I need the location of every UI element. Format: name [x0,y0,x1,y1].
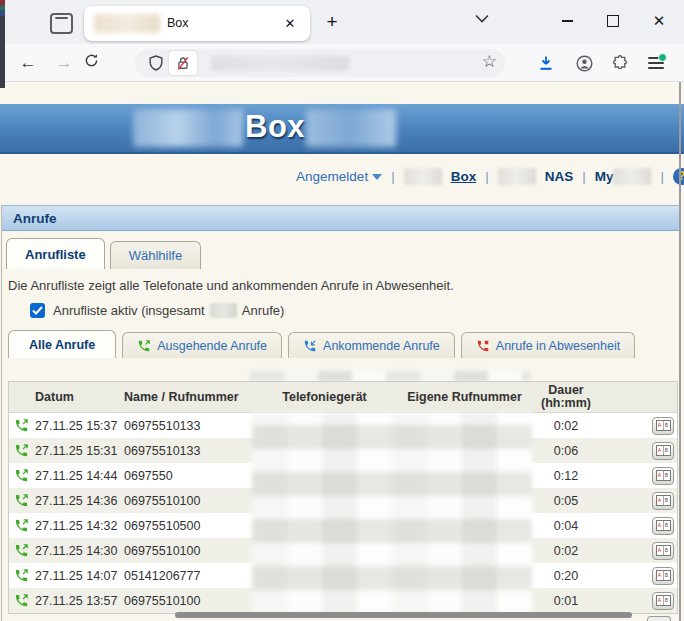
nav-separator: | [391,169,395,184]
logged-in-menu[interactable]: Angemeldet [296,169,382,184]
phonebook-add-button[interactable]: AB [652,492,674,510]
call-number: 06975510100 [124,544,252,558]
nav-separator: | [660,169,664,184]
phonebook-add-button[interactable]: AB [652,592,674,610]
call-duration: 0:02 [532,419,600,433]
nav-link-my[interactable]: My [595,169,614,184]
nav-separator: | [582,169,586,184]
table-row: 27.11.25 14:44 0697550 0:12 AB [9,463,677,488]
table-body: 27.11.25 15:37 06975510133 0:02 AB 27.11… [9,413,677,613]
col-telefoniegeraet: Telefoniegerät [252,390,397,404]
browser-window: Box ✕ + ✕ ← → ☆ [0,0,684,621]
col-eigene-rufnummer: Eigene Rufnummer [397,390,532,404]
redacted-url [211,56,349,71]
call-date: 27.11.25 14:32 [35,519,124,533]
call-duration: 0:02 [532,544,600,558]
phonebook-icon: AB [656,470,671,481]
chevron-down-icon [372,174,382,180]
filter-tab-alle[interactable]: Alle Anrufe [8,330,116,358]
phonebook-add-button[interactable]: AB [652,467,674,485]
firefox-view-icon[interactable] [50,13,73,34]
browser-toolbar: ← → ☆ [0,44,684,82]
maximize-button[interactable] [598,8,628,34]
phonebook-icon: AB [656,570,671,581]
tracking-shield-icon[interactable] [149,55,163,71]
filter-tab-ausgehend[interactable]: Ausgehende Anrufe [122,332,282,358]
outgoing-call-icon [14,518,29,533]
checkbox-row: Anrufliste aktiv (insgesamtAnrufe) [30,303,284,318]
incoming-call-icon [303,339,317,353]
anrufliste-aktiv-checkbox[interactable] [30,303,45,318]
call-number: 06975510133 [124,444,252,458]
back-button[interactable]: ← [14,51,42,75]
page-title: Anrufe [2,205,680,231]
redacted-brand [498,168,536,185]
outgoing-call-icon [14,593,29,608]
new-tab-button[interactable]: + [320,10,344,34]
call-duration: 0:01 [532,594,600,608]
checkbox-label: Anrufliste aktiv (insgesamtAnrufe) [53,303,284,318]
phonebook-add-button[interactable]: AB [652,567,674,585]
call-duration: 0:06 [532,444,600,458]
phonebook-icon: AB [656,595,671,606]
description-text: Die Anrufliste zeigt alle Telefonate und… [8,278,454,293]
phonebook-add-button[interactable]: AB [652,517,674,535]
call-date: 27.11.25 13:57 [35,594,124,608]
minimize-button[interactable] [552,8,582,34]
call-number: 06975510133 [124,419,252,433]
redacted-tab-title [94,14,160,33]
call-number: 06975510500 [124,519,252,533]
account-icon[interactable] [576,51,593,75]
call-list-table: Datum Name / Rufnummer Telefoniegerät Ei… [8,381,678,614]
horizontal-scrollbar-thumb[interactable] [175,612,632,618]
window-close-button[interactable]: ✕ [644,8,674,34]
filter-tab-ankommend[interactable]: Ankommende Anrufe [288,332,455,358]
tab-close-icon[interactable]: ✕ [280,14,300,34]
url-bar[interactable]: ☆ [135,49,505,77]
filter-tab-abwesenheit[interactable]: Anrufe in Abwesenheit [461,332,635,358]
menu-hamburger-icon[interactable] [648,51,664,75]
tab-anrufliste[interactable]: Anrufliste [6,238,105,269]
table-header: Datum Name / Rufnummer Telefoniegerät Ei… [9,382,677,413]
phonebook-add-button[interactable]: AB [652,417,674,435]
nav-link-nas[interactable]: NAS [545,169,574,184]
redacted-logo-right [306,109,396,147]
call-number: 06975510100 [124,494,252,508]
call-number: 05141206777 [124,569,252,583]
call-date: 27.11.25 14:36 [35,494,124,508]
phonebook-icon: AB [656,545,671,556]
reload-button[interactable] [84,53,112,77]
col-datum: Datum [35,390,124,404]
insecure-lock-icon[interactable] [169,51,197,75]
extensions-puzzle-icon[interactable] [612,51,628,75]
phonebook-icon: AB [656,520,671,531]
tab-waehlhilfe[interactable]: Wählhilfe [110,241,201,269]
bookmark-star-icon[interactable]: ☆ [482,51,497,72]
redacted-brand [613,168,651,185]
partial-phonebook-button [647,616,671,621]
tab-strip: Box ✕ + ✕ [0,0,684,44]
phonebook-add-button[interactable]: AB [652,542,674,560]
top-navigation: Angemeldet | Box | NAS | My | ? [296,164,682,188]
call-date: 27.11.25 14:07 [35,569,124,583]
phonebook-add-button[interactable]: AB [652,442,674,460]
missed-call-icon [476,339,490,353]
call-date: 27.11.25 14:44 [35,469,124,483]
table-row: 27.11.25 15:37 06975510133 0:02 AB [9,413,677,438]
filter-tab-bar: Alle Anrufe Ausgehende Anrufe Ankommende… [8,330,635,358]
downloads-icon[interactable] [538,51,554,75]
main-tab-bar: Anrufliste Wählhilfe [6,238,201,269]
call-duration: 0:04 [532,519,600,533]
list-tabs-chevron-icon[interactable] [475,14,489,23]
call-duration: 0:12 [532,469,600,483]
table-row: 27.11.25 15:31 06975510133 0:06 AB [9,438,677,463]
redacted-logo-left [133,109,243,147]
browser-tab[interactable]: Box ✕ [84,6,310,41]
nav-separator: | [485,169,489,184]
call-duration: 0:05 [532,494,600,508]
nav-link-box[interactable]: Box [451,169,477,184]
vertical-scrollbar[interactable] [679,82,681,621]
phonebook-icon: AB [656,420,671,431]
table-row: 27.11.25 14:07 05141206777 0:20 AB [9,563,677,588]
screen-edge-artifact [0,0,5,88]
